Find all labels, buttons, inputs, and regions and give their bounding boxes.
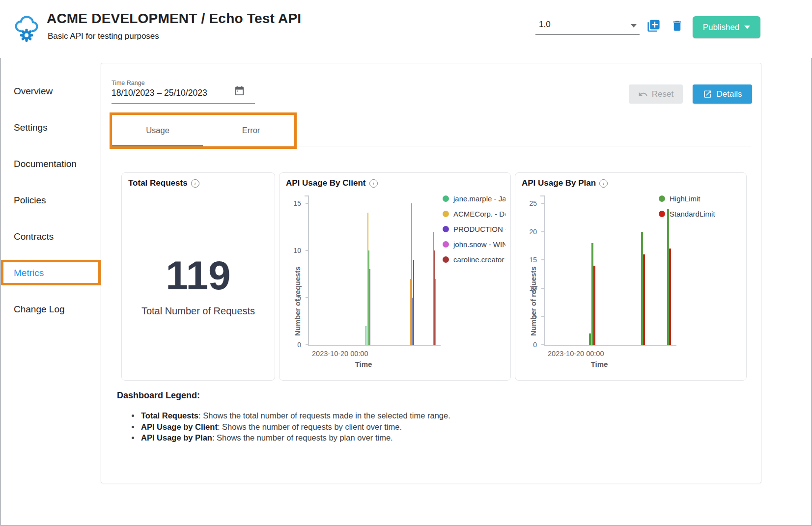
legend-item[interactable]: jane.marple - Janes... [443, 194, 505, 203]
y-axis-line [544, 195, 545, 345]
info-icon[interactable]: i [191, 179, 199, 188]
total-requests-caption: Total Number of Requests [122, 305, 275, 317]
chart-spike [365, 326, 366, 345]
status-published-button[interactable]: Published [693, 16, 760, 38]
legend-dot [443, 241, 449, 248]
chart-spike [593, 266, 595, 345]
y-axis-line [308, 195, 309, 345]
new-version-button[interactable] [646, 19, 661, 33]
y-tick-label: 15 [293, 199, 301, 207]
page-title: ACME DEVELOPMENT / Echo Test API [47, 11, 301, 27]
client-chart-x-axis-label: Time [309, 360, 418, 368]
legend-text: : Shows the number of requests by plan o… [212, 433, 393, 442]
legend-text: : Shows the total number of requests mad… [198, 411, 450, 420]
y-tick-label: 25 [529, 199, 537, 207]
annotation-box-tabs [110, 112, 297, 149]
sidebar-item-settings[interactable]: Settings [14, 122, 48, 133]
client-chart-legend: jane.marple - Janes... ACMECorp. - Dev P… [443, 194, 505, 271]
legend-label: PRODUCTION - AC... [453, 225, 505, 233]
page-header: ACME DEVELOPMENT / Echo Test API Basic A… [0, 0, 812, 58]
chart-spike [643, 254, 645, 345]
info-icon[interactable]: i [599, 179, 608, 188]
trash-icon [671, 19, 684, 33]
list-item: API Usage by Plan: Shows the number of r… [130, 432, 450, 443]
legend-item[interactable]: john.snow - WINTE... [443, 240, 505, 249]
chevron-down-icon [631, 24, 637, 28]
version-select[interactable]: 1.0 [535, 17, 640, 35]
legend-label: HighLimit [670, 194, 700, 203]
reset-button[interactable]: Reset [629, 84, 683, 104]
sidebar-item-change-log[interactable]: Change Log [14, 304, 65, 315]
legend-label: caroline.creator - S... [453, 255, 505, 264]
date-picker-button[interactable] [234, 85, 245, 96]
open-in-new-icon [703, 89, 712, 99]
annotation-box-metrics [1, 260, 101, 285]
details-button[interactable]: Details [693, 84, 752, 104]
chart-spike [369, 269, 370, 345]
legend-dot [443, 226, 449, 232]
list-item: Total Requests: Shows the total number o… [130, 410, 450, 421]
legend-item[interactable]: HighLimit [659, 194, 740, 203]
y-tick-label: 5 [533, 312, 537, 320]
plan-chart-x-axis-label: Time [545, 360, 654, 368]
client-chart-x-tick: 2023-10-20 00:00 [312, 350, 368, 358]
info-icon[interactable]: i [369, 179, 378, 188]
legend-dot [659, 211, 665, 217]
time-range-value[interactable]: 18/10/2023 – 25/10/2023 [112, 88, 207, 98]
y-tick-label: 20 [529, 228, 537, 236]
legend-dot [443, 211, 449, 217]
legend-label: ACMECorp. - Dev [453, 210, 505, 218]
x-axis-line [544, 345, 676, 346]
y-tick-label: 15 [529, 256, 537, 264]
api-usage-by-plan-card: API Usage By Plan i Number of requests 0… [515, 172, 747, 381]
chart-spike [669, 249, 671, 345]
legend-dot [443, 256, 449, 263]
apiman-cloud-logo-icon [13, 13, 40, 43]
api-description: Basic API for testing purposes [48, 31, 159, 41]
sidebar-item-policies[interactable]: Policies [14, 195, 46, 206]
details-label: Details [717, 89, 742, 99]
dashboard-legend-heading: Dashboard Legend: [117, 390, 200, 401]
chart-spike [435, 279, 436, 345]
plan-chart-y-axis: 0510152025 [515, 203, 545, 345]
plan-chart-plot [545, 203, 676, 345]
reset-label: Reset [652, 89, 673, 99]
legend-item[interactable]: PRODUCTION - AC... [443, 225, 505, 233]
legend-item[interactable]: caroline.creator - S... [443, 255, 505, 264]
legend-text: : Shows the number of requests by client… [218, 422, 402, 431]
client-chart-y-axis: 051015 [280, 203, 309, 345]
sidebar-item-documentation[interactable]: Documentation [14, 159, 77, 169]
client-chart-plot [309, 203, 441, 345]
legend-term: Total Requests [141, 411, 198, 420]
legend-term: API Usage by Client [141, 422, 218, 431]
y-tick-label: 5 [297, 294, 301, 302]
sidebar-item-contracts[interactable]: Contracts [14, 231, 54, 242]
legend-label: jane.marple - Janes... [453, 194, 505, 203]
calendar-icon [234, 85, 245, 96]
client-chart-title: API Usage By Client [286, 178, 366, 188]
dashboard-legend-list: Total Requests: Shows the total number o… [130, 410, 450, 443]
plan-chart-x-tick: 2023-10-20 00:00 [548, 350, 604, 358]
time-range-label: Time Range [112, 80, 145, 86]
legend-item[interactable]: ACMECorp. - Dev [443, 210, 505, 218]
legend-label: john.snow - WINTE... [453, 240, 505, 249]
chart-spike [589, 333, 591, 345]
api-usage-by-client-card: API Usage By Client i Number of requests… [279, 172, 511, 381]
time-range-underline [112, 103, 255, 104]
y-tick-label: 0 [533, 341, 537, 349]
sidebar-item-overview[interactable]: Overview [14, 86, 53, 97]
app-window: ACME DEVELOPMENT / Echo Test API Basic A… [0, 0, 812, 526]
y-tick-label: 10 [529, 284, 537, 292]
legend-dot [443, 195, 449, 202]
y-tick-label: 0 [297, 341, 301, 349]
metrics-panel: Time Range 18/10/2023 – 25/10/2023 Reset… [101, 63, 761, 483]
legend-item[interactable]: StandardLimit [659, 210, 740, 218]
reset-icon [638, 89, 648, 99]
delete-api-button[interactable] [671, 19, 684, 33]
y-tick-label: 10 [293, 247, 301, 254]
list-item: API Usage by Client: Shows the number of… [130, 421, 450, 433]
chart-spike [413, 260, 414, 345]
plan-chart-legend: HighLimit StandardLimit [659, 194, 740, 225]
library-add-icon [646, 19, 661, 33]
status-published-label: Published [703, 23, 740, 32]
